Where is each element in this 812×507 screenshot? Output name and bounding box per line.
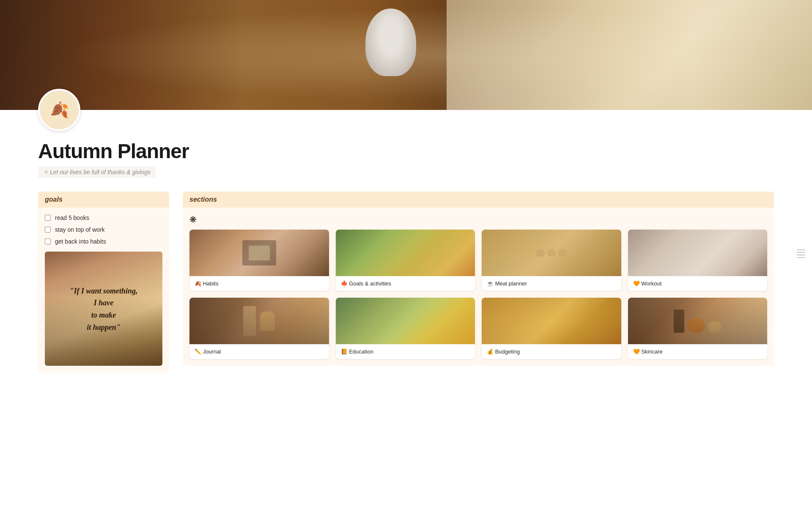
journal-card-image [189, 298, 329, 344]
goal-label-1: read 5 books [55, 214, 89, 221]
page-title: Autumn Planner [38, 140, 774, 163]
goals-card-image [336, 230, 475, 276]
skincare-card-label: 🧡 Skincare [628, 344, 768, 359]
main-content: Autumn Planner ✧ Let our lives be full o… [0, 131, 812, 389]
scrollbar-line-1 [797, 249, 805, 250]
skincare-card-image [628, 298, 768, 344]
habits-card-image [189, 230, 329, 276]
goal-item-2[interactable]: stay on top of work [45, 226, 162, 233]
goal-checkbox-3[interactable] [45, 238, 51, 244]
section-card-meal[interactable]: ☕ Meal planner [482, 230, 621, 291]
section-card-skincare[interactable]: 🧡 Skincare [628, 298, 768, 359]
goal-item-1[interactable]: read 5 books [45, 214, 162, 221]
habits-card-detail [189, 230, 329, 276]
skincare-emoji: 🧡 [633, 348, 640, 355]
goals-emoji: 🍁 [341, 280, 348, 287]
habits-emoji: 🍂 [195, 280, 201, 287]
meal-card-detail [482, 230, 621, 276]
scrollbar-line-4 [797, 257, 805, 258]
goal-label-2: stay on top of work [55, 226, 105, 233]
section-card-workout[interactable]: 🧡 Workout [628, 230, 768, 291]
meal-text: Meal planner [495, 280, 527, 287]
goals-panel: goals read 5 books stay on top of work g… [38, 192, 169, 373]
workout-card-label: 🧡 Workout [628, 276, 768, 291]
goal-checkbox-2[interactable] [45, 227, 51, 233]
workout-text: Workout [641, 280, 661, 287]
goals-header: goals [38, 192, 169, 208]
section-card-goals[interactable]: 🍁 Goals & activities [336, 230, 475, 291]
avatar: 🍂 [38, 89, 80, 131]
goals-text: Goals & activities [349, 280, 391, 287]
section-card-budgeting[interactable]: 💰 Budgeting [482, 298, 621, 359]
goals-card-label: 🍁 Goals & activities [336, 276, 475, 291]
journal-text: Journal [203, 348, 221, 355]
sections-grid-row2: ✏️ Journal 📙 Education [189, 298, 767, 359]
workout-card-detail [628, 230, 768, 276]
scrollbar-line-3 [797, 255, 805, 255]
section-card-journal[interactable]: ✏️ Journal [189, 298, 329, 359]
education-card-detail [336, 298, 475, 344]
budgeting-card-image [482, 298, 621, 344]
quote-text: "If I want something,I haveto makeit hap… [61, 276, 146, 341]
education-card-label: 📙 Education [336, 344, 475, 359]
section-card-education[interactable]: 📙 Education [336, 298, 475, 359]
habits-card-label: 🍂 Habits [189, 276, 329, 291]
goals-body: read 5 books stay on top of work get bac… [38, 208, 169, 373]
budgeting-text: Budgeting [495, 348, 520, 355]
section-card-habits[interactable]: 🍂 Habits [189, 230, 329, 291]
sections-panel: sections ❋ [183, 192, 774, 366]
sections-grid-row1: 🍂 Habits 🍁 Goals & acti [189, 230, 767, 291]
workout-emoji: 🧡 [633, 280, 640, 287]
habits-text: Habits [203, 280, 219, 287]
goal-item-3[interactable]: get back into habits [45, 238, 162, 245]
education-emoji: 📙 [341, 348, 348, 355]
meal-emoji: ☕ [487, 280, 494, 287]
goal-checkbox-1[interactable] [45, 215, 51, 221]
two-column-layout: goals read 5 books stay on top of work g… [38, 192, 774, 373]
meal-card-image [482, 230, 621, 276]
education-card-image [336, 298, 475, 344]
journal-emoji: ✏️ [195, 348, 201, 355]
budgeting-card-detail [482, 298, 621, 344]
sections-header: sections [183, 192, 774, 208]
quote-image: "If I want something,I haveto makeit hap… [45, 252, 162, 366]
skincare-text: Skincare [641, 348, 663, 355]
scrollbar[interactable] [797, 249, 805, 258]
sections-inner: ❋ 🍂 Hab [183, 208, 774, 366]
profile-section: 🍂 [0, 89, 812, 131]
budgeting-emoji: 💰 [487, 348, 494, 355]
snowflake-icon: ❋ [189, 214, 767, 225]
journal-card-detail [189, 298, 329, 344]
page-subtitle: ✧ Let our lives be full of thanks & givi… [38, 166, 156, 178]
workout-card-image [628, 230, 768, 276]
scrollbar-line-2 [797, 252, 805, 253]
budgeting-card-label: 💰 Budgeting [482, 344, 621, 359]
journal-card-label: ✏️ Journal [189, 344, 329, 359]
education-text: Education [349, 348, 373, 355]
skincare-card-detail [628, 298, 768, 344]
meal-card-label: ☕ Meal planner [482, 276, 621, 291]
goals-card-detail [336, 230, 475, 276]
goal-label-3: get back into habits [55, 238, 106, 245]
